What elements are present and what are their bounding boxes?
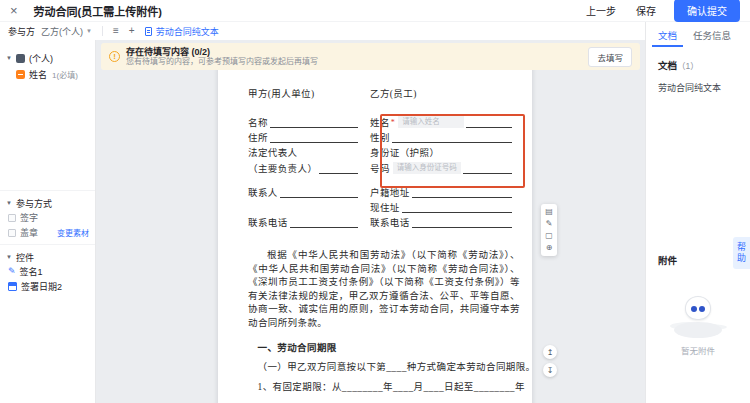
close-icon[interactable]: × bbox=[10, 4, 18, 17]
blank-line bbox=[412, 217, 512, 228]
controls-section: ▼ 控件 ✎ 签名1 签署日期2 bbox=[0, 244, 95, 298]
tab-document[interactable]: 文档 bbox=[658, 28, 677, 47]
editor-toolbar: 参与方 乙方(个人) ▼ ≡ + 劳动合同纯文本 bbox=[0, 22, 645, 40]
contract-page: 甲方(用人单位) 乙方(员工) 名称 姓名* 请输入姓名 bbox=[218, 60, 532, 403]
go-fill-button[interactable]: 去填写 bbox=[588, 47, 632, 67]
previous-step-button[interactable]: 上一步 bbox=[576, 0, 626, 21]
blank-line bbox=[270, 117, 358, 128]
document-canvas: ! 存在待填写内容 (0/2) 您有待填写的内容，可参考预填写内容或发起后再填写… bbox=[96, 40, 645, 403]
field-required-count: 1(必填) bbox=[52, 69, 78, 80]
field-label: 身份证（护照） bbox=[370, 147, 439, 159]
scroll-buttons: ↥ ↧ bbox=[543, 345, 557, 377]
control-signature-label: 签名1 bbox=[20, 265, 43, 278]
thumbnail-icon[interactable]: ▤ bbox=[545, 208, 553, 216]
sign-method-section-title[interactable]: ▼ 参与方式 bbox=[6, 196, 89, 210]
contract-editor-app: × 劳动合同(员工需上传附件) 上一步 保存 确认提交 参与方 乙方(个人) ▼… bbox=[0, 0, 750, 403]
attachment-section-header: 附件 bbox=[658, 255, 677, 266]
plain-text-link[interactable]: 劳动合同纯文本 bbox=[145, 25, 219, 38]
robot-eye bbox=[691, 306, 697, 312]
header-bar: × 劳动合同(员工需上传附件) 上一步 保存 确认提交 bbox=[0, 0, 750, 22]
party-select-value: 乙方(个人) bbox=[41, 25, 83, 38]
clause-2: 1、有固定期限：从________年____月____日起至________年 bbox=[248, 381, 520, 394]
sign-item-seal-label: 盖章 bbox=[20, 226, 38, 239]
caret-down-icon: ▼ bbox=[6, 200, 12, 206]
field-row-7: 联系电话 联系电话 bbox=[248, 217, 520, 229]
help-side-tab[interactable]: 帮助 bbox=[733, 237, 750, 269]
plain-text-link-label: 劳动合同纯文本 bbox=[156, 25, 219, 38]
blank-line bbox=[402, 202, 512, 213]
left-sidebar: ▼ (个人) 姓名 1(必填) ▼ 参与方式 bbox=[0, 40, 96, 403]
page-title: 劳动合同(员工需上传附件) bbox=[34, 3, 162, 19]
sign-method-section: ▼ 参与方式 签字 盖章 变更素材 bbox=[0, 190, 95, 244]
checkbox-icon bbox=[8, 229, 16, 237]
field-label: 联系人 bbox=[248, 187, 278, 199]
field-label: 户籍地址 bbox=[370, 187, 410, 199]
field-label: 性别 bbox=[370, 132, 390, 144]
section-heading: 一、劳动合同期限 bbox=[248, 340, 520, 354]
cloud-graphic bbox=[674, 322, 722, 338]
scroll-to-bottom-button[interactable]: ↧ bbox=[543, 363, 557, 377]
annotate-icon[interactable]: ✎ bbox=[546, 220, 553, 228]
document-section: 文档（1） 劳动合同纯文本 bbox=[646, 47, 750, 94]
document-icon bbox=[145, 27, 152, 36]
field-label: 联系电话 bbox=[248, 217, 288, 229]
field-label: 名称 bbox=[248, 117, 268, 129]
banner-title: 存在待填写内容 (0/2) bbox=[126, 47, 318, 57]
blank-line bbox=[463, 163, 512, 174]
sign-item-signature-label: 签字 bbox=[20, 211, 38, 224]
empty-attachment-text: 暂无附件 bbox=[658, 344, 738, 356]
party-label: 参与方 bbox=[8, 25, 35, 38]
field-label: （主要负责人） bbox=[248, 163, 317, 175]
sign-item-signature[interactable]: 签字 bbox=[6, 210, 89, 225]
page-view-icon[interactable]: ▢ bbox=[545, 232, 553, 240]
document-list-item[interactable]: 劳动合同纯文本 bbox=[658, 73, 738, 94]
blank-line bbox=[466, 117, 512, 128]
field-row-3: 法定代表人 身份证（护照） bbox=[248, 147, 520, 159]
field-row-2: 住所 性别 bbox=[248, 132, 520, 144]
editor-column: 参与方 乙方(个人) ▼ ≡ + 劳动合同纯文本 ▼ bbox=[0, 22, 645, 403]
sign-item-seal[interactable]: 盖章 变更素材 bbox=[6, 225, 89, 240]
participant-node[interactable]: ▼ (个人) bbox=[0, 50, 95, 66]
field-label: 姓名 bbox=[370, 117, 390, 129]
spacer bbox=[441, 147, 508, 158]
tab-task-info[interactable]: 任务信息 bbox=[693, 28, 731, 47]
page-tools-bar: ▤ ✎ ▢ ⊕ bbox=[541, 204, 557, 256]
empty-state-robot bbox=[668, 294, 728, 340]
chevron-down-icon: ▼ bbox=[86, 28, 92, 34]
control-sign-date-label: 签署日期2 bbox=[21, 280, 62, 293]
scroll-to-top-button[interactable]: ↥ bbox=[543, 345, 557, 359]
blank-line bbox=[412, 187, 512, 198]
required-star: * bbox=[391, 117, 395, 129]
controls-title-label: 控件 bbox=[16, 251, 34, 264]
clause-1: （一）甲乙双方同意按以下第____种方式确定本劳动合同期限。 bbox=[248, 361, 520, 374]
confirm-submit-button[interactable]: 确认提交 bbox=[674, 0, 740, 22]
contract-preamble: 根据《中华人民共和国劳动法》（以下简称《劳动法》）、《中华人民共和国劳动合同法》… bbox=[248, 249, 520, 330]
zoom-icon[interactable]: ⊕ bbox=[546, 244, 553, 252]
sidebar-gap bbox=[0, 82, 95, 190]
control-item-signature[interactable]: ✎ 签名1 bbox=[6, 264, 89, 279]
control-item-sign-date[interactable]: 签署日期2 bbox=[6, 279, 89, 294]
participant-icon bbox=[16, 54, 25, 63]
field-label: 法定代表人 bbox=[248, 147, 298, 159]
field-row-5: 联系人 户籍地址 bbox=[248, 187, 520, 199]
change-material-link[interactable]: 变更素材 bbox=[57, 227, 89, 238]
field-label: 姓名 bbox=[29, 68, 47, 81]
robot-eye bbox=[699, 306, 705, 312]
party-select[interactable]: 乙方(个人) ▼ bbox=[41, 25, 92, 38]
id-number-input[interactable]: 请输入身份证号码 bbox=[393, 162, 461, 174]
field-label: 号码 bbox=[370, 163, 390, 175]
document-count: （1） bbox=[677, 61, 699, 71]
blank-line bbox=[280, 187, 358, 198]
blank-line bbox=[319, 163, 358, 174]
layout-grid-icon[interactable]: ≡ bbox=[113, 26, 119, 36]
caret-down-icon: ▼ bbox=[6, 254, 12, 260]
banner-subtitle: 您有待填写的内容，可参考预填写内容或发起后再填写 bbox=[126, 57, 318, 66]
save-button[interactable]: 保存 bbox=[626, 0, 666, 21]
toolbar-divider bbox=[102, 26, 103, 36]
controls-section-title[interactable]: ▼ 控件 bbox=[6, 250, 89, 264]
name-input[interactable]: 请输入姓名 bbox=[398, 116, 464, 128]
robot-head bbox=[685, 296, 711, 320]
field-row-4: （主要负责人） 号码 请输入身份证号码 bbox=[248, 162, 520, 175]
field-node[interactable]: 姓名 1(必填) bbox=[0, 66, 95, 82]
add-icon[interactable]: + bbox=[129, 26, 135, 36]
